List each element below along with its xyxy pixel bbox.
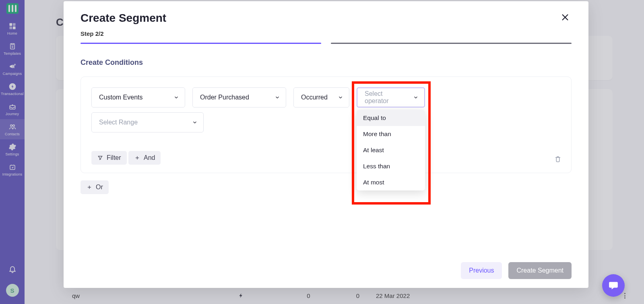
filter-label: Filter [107, 154, 121, 161]
create-segment-button[interactable]: Create Segment [508, 262, 572, 279]
operator-option-at-most[interactable]: At most [357, 174, 425, 190]
home-icon [8, 22, 17, 30]
svg-rect-12 [10, 165, 15, 170]
event-name-value: Order Purchased [200, 94, 249, 101]
operator-option-less-than[interactable]: Less than [357, 158, 425, 174]
operator-dropdown: Equal to More than At least Less than At… [357, 110, 425, 190]
close-button[interactable] [559, 12, 572, 23]
sidebar-item-campaigns[interactable]: Campaigns [0, 59, 25, 79]
trash-icon [554, 155, 561, 163]
chevron-down-icon [338, 95, 343, 100]
delete-condition-button[interactable] [554, 155, 561, 163]
plus-icon [134, 155, 140, 161]
create-segment-modal: Create Segment Step 2/2 Create Condition… [64, 1, 588, 288]
chevron-down-icon [173, 95, 179, 100]
svg-rect-2 [9, 26, 12, 29]
table-row: qw 0 0 22 Mar 2022 ⋮ [56, 287, 644, 304]
bell-icon [8, 265, 17, 273]
step-indicator: Step 2/2 [80, 30, 572, 37]
previous-label: Previous [469, 267, 494, 274]
create-label: Create Segment [516, 267, 564, 274]
templates-icon [8, 42, 17, 50]
svg-rect-0 [9, 23, 12, 26]
or-label: Or [96, 184, 103, 191]
sidebar-item-label: Integrations [2, 172, 22, 176]
event-type-value: Custom Events [99, 94, 142, 101]
app-logo [6, 3, 19, 14]
progress-step-1 [80, 43, 321, 44]
operator-option-equal-to[interactable]: Equal to [357, 110, 425, 126]
operator-option-at-least[interactable]: At least [357, 142, 425, 158]
operator-select-wrapper: Select operator Equal to More than At le… [357, 87, 425, 108]
sidebar-item-integrations[interactable]: Integrations [0, 159, 25, 180]
add-and-button[interactable]: And [128, 151, 161, 165]
chat-widget-button[interactable] [602, 274, 625, 297]
row-value-b: 0 [340, 292, 376, 299]
svg-rect-3 [12, 26, 15, 29]
filter-button[interactable]: Filter [91, 151, 127, 165]
svg-point-7 [14, 64, 15, 65]
sidebar-item-label: Campaigns [3, 72, 22, 76]
bolt-icon [205, 292, 277, 299]
section-label: Create Conditions [80, 58, 572, 67]
svg-point-10 [10, 124, 12, 126]
chat-icon [608, 280, 619, 291]
user-avatar[interactable]: S [6, 284, 19, 297]
progress-step-2 [331, 43, 572, 44]
sidebar-item-label: Journey [6, 112, 19, 116]
range-select[interactable]: Select Range [91, 112, 204, 132]
sidebar-item-label: Templates [4, 52, 21, 56]
filter-icon [97, 155, 103, 161]
event-name-select[interactable]: Order Purchased [192, 87, 286, 108]
journey-icon [8, 103, 17, 111]
sidebar-item-label: Settings [5, 152, 19, 156]
chevron-down-icon [413, 95, 419, 100]
plus-icon [86, 184, 93, 190]
operator-option-more-than[interactable]: More than [357, 126, 425, 142]
sidebar-item-home[interactable]: Home [0, 19, 25, 39]
sidebar-item-label: Transactional [1, 92, 23, 96]
row-date: 22 Mar 2022 [376, 292, 616, 299]
bolt-circle-icon [8, 83, 17, 91]
row-value-a: 0 [277, 292, 340, 299]
range-placeholder: Select Range [99, 119, 138, 126]
row-name: qw [72, 292, 205, 299]
event-type-select[interactable]: Custom Events [91, 87, 185, 108]
megaphone-icon [8, 62, 17, 70]
close-icon [560, 12, 570, 22]
sidebar-item-transactional[interactable]: Transactional [0, 79, 25, 99]
add-or-button[interactable]: Or [80, 180, 109, 194]
svg-point-11 [12, 124, 14, 126]
notifications-bell[interactable] [0, 259, 25, 279]
previous-button[interactable]: Previous [461, 262, 502, 279]
chevron-down-icon [192, 120, 198, 125]
contacts-icon [8, 123, 17, 131]
chevron-down-icon [275, 95, 280, 100]
sidebar-item-settings[interactable]: Settings [0, 139, 25, 159]
left-sidebar: Home Templates Campaigns Transactional J… [0, 0, 25, 304]
sidebar-item-contacts[interactable]: Contacts [0, 119, 25, 139]
operator-placeholder: Select operator [365, 90, 408, 105]
svg-rect-1 [12, 23, 15, 26]
operator-select[interactable]: Select operator [357, 87, 425, 108]
sidebar-item-label: Home [7, 31, 17, 35]
occurrence-select[interactable]: Occurred [293, 87, 349, 108]
modal-title: Create Segment [80, 12, 166, 25]
sidebar-item-label: Contacts [5, 132, 20, 136]
sidebar-item-templates[interactable]: Templates [0, 39, 25, 59]
avatar-initial: S [10, 287, 14, 294]
integrations-icon [8, 163, 17, 171]
gear-icon [8, 143, 17, 151]
and-label: And [144, 154, 155, 161]
progress-track [80, 43, 572, 44]
occurrence-value: Occurred [301, 94, 328, 101]
sidebar-item-journey[interactable]: Journey [0, 99, 25, 119]
condition-group: Custom Events Order Purchased Occurred [80, 77, 572, 173]
